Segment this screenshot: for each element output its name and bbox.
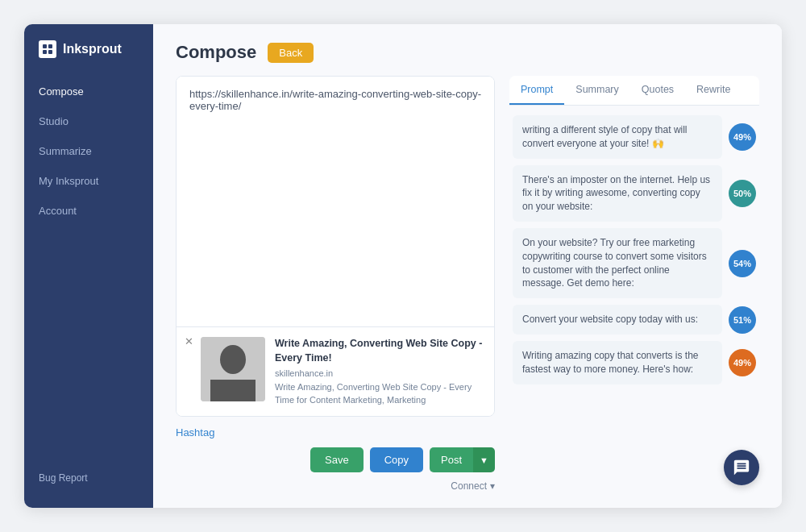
sidebar-item-compose[interactable]: Compose: [24, 77, 153, 106]
score-badge: 49%: [729, 123, 756, 151]
score-badge: 54%: [729, 250, 756, 277]
prompt-item: There's an imposter on the internet. Hel…: [509, 165, 759, 222]
svg-point-5: [220, 345, 246, 374]
tab-quotes[interactable]: Quotes: [630, 76, 685, 105]
prompts-list: writing a different style of copy that w…: [509, 106, 759, 492]
tab-rewrite[interactable]: Rewrite: [685, 76, 742, 105]
preview-close-button[interactable]: ✕: [185, 335, 193, 347]
compose-textarea[interactable]: https://skillenhance.in/write-amazing-co…: [177, 77, 494, 326]
prompt-text[interactable]: Writing amazing copy that converts is th…: [513, 341, 722, 384]
link-preview: ✕ Write Amaz: [177, 326, 494, 416]
save-button[interactable]: Save: [310, 447, 364, 472]
app-container: Inksprout Compose Studio Summarize My In…: [24, 24, 782, 508]
sidebar-item-summarize[interactable]: Summarize: [24, 137, 153, 165]
post-dropdown-button[interactable]: ▼: [473, 447, 495, 472]
preview-image: [201, 337, 265, 401]
main-wrapper: Compose Back https://skillenhance.in/wri…: [153, 24, 782, 508]
prompt-text[interactable]: On your website? Try our free marketing …: [513, 228, 722, 298]
sidebar-item-my-inksprout[interactable]: My Inksprout: [24, 167, 153, 195]
preview-title: Write Amazing, Converting Web Site Copy …: [275, 337, 483, 365]
page-title: Compose: [176, 42, 256, 63]
prompt-item: writing a different style of copy that w…: [509, 115, 759, 159]
compose-panel: https://skillenhance.in/write-amazing-co…: [176, 76, 495, 492]
actions-row: Save Copy Post ▼: [176, 447, 495, 472]
page-header: Compose Back: [153, 24, 782, 76]
sidebar-nav: Compose Studio Summarize My Inksprout Ac…: [24, 77, 153, 464]
svg-rect-7: [210, 380, 256, 401]
prompt-text[interactable]: There's an imposter on the internet. Hel…: [513, 165, 722, 222]
connect-link[interactable]: Connect ▾: [451, 480, 495, 492]
content-area: https://skillenhance.in/write-amazing-co…: [153, 76, 782, 508]
svg-rect-0: [43, 44, 47, 48]
preview-desc: Write Amazing, Converting Web Site Copy …: [275, 381, 483, 406]
svg-rect-3: [48, 50, 52, 54]
back-button[interactable]: Back: [268, 43, 314, 63]
tab-summary[interactable]: Summary: [564, 76, 629, 105]
score-badge: 50%: [729, 180, 756, 207]
sidebar-logo: Inksprout: [24, 40, 153, 77]
logo-icon: [39, 40, 56, 58]
main-content: Compose Back https://skillenhance.in/wri…: [153, 24, 782, 508]
sidebar-item-studio[interactable]: Studio: [24, 107, 153, 135]
sidebar-item-account[interactable]: Account: [24, 197, 153, 225]
prompts-panel: Prompt Summary Quotes Rewrite: [509, 76, 759, 492]
prompt-item: On your website? Try our free marketing …: [509, 228, 759, 298]
hashtag-link-container: Hashtag: [176, 425, 495, 439]
preview-domain: skillenhance.in: [275, 368, 483, 378]
hashtag-link[interactable]: Hashtag: [176, 426, 214, 438]
tab-prompt[interactable]: Prompt: [509, 76, 564, 105]
post-button[interactable]: Post: [430, 447, 473, 472]
score-badge: 51%: [729, 306, 756, 334]
post-group: Post ▼: [430, 447, 495, 472]
chat-bubble-button[interactable]: [724, 450, 759, 485]
score-badge: 49%: [729, 349, 756, 376]
svg-rect-1: [48, 44, 52, 48]
prompt-item: Writing amazing copy that converts is th…: [509, 341, 759, 384]
sidebar-item-bug-report[interactable]: Bug Report: [24, 464, 153, 492]
prompt-text[interactable]: Convert your website copy today with us:: [513, 305, 722, 335]
connect-row: Connect ▾: [176, 480, 495, 492]
compose-box: https://skillenhance.in/write-amazing-co…: [176, 76, 495, 417]
prompt-item: Convert your website copy today with us:…: [509, 305, 759, 335]
prompt-text[interactable]: writing a different style of copy that w…: [513, 115, 722, 159]
app-name: Inksprout: [63, 42, 122, 56]
copy-button[interactable]: Copy: [370, 447, 423, 472]
preview-text: Write Amazing, Converting Web Site Copy …: [275, 337, 483, 406]
tabs-row: Prompt Summary Quotes Rewrite: [509, 76, 759, 106]
svg-rect-2: [43, 50, 47, 54]
sidebar: Inksprout Compose Studio Summarize My In…: [24, 24, 153, 508]
